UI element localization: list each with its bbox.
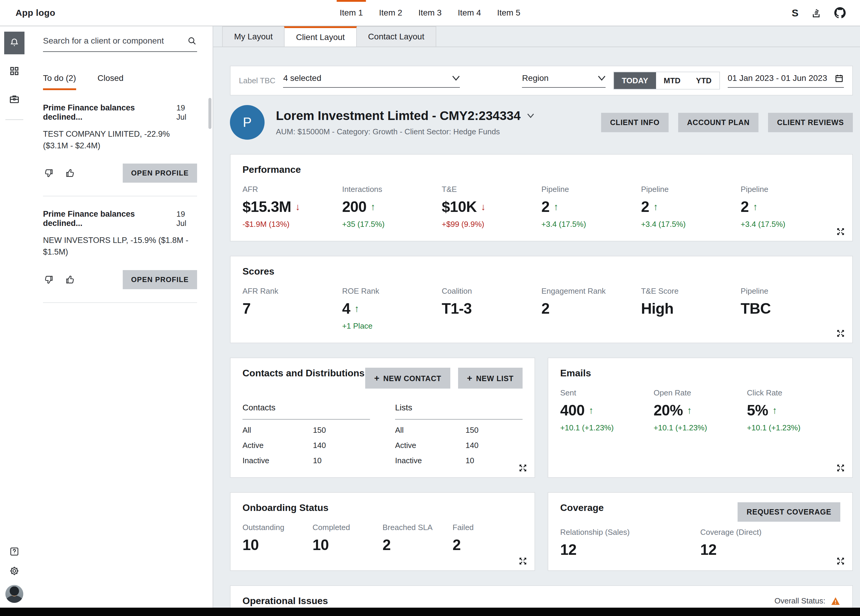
tab-todo[interactable]: To do (2) bbox=[43, 74, 76, 90]
github-icon[interactable] bbox=[834, 7, 846, 19]
notification-date: 19 Jul bbox=[176, 210, 197, 228]
metric-pipeline: Pipeline 2↑ +3.4 (17.5%) bbox=[641, 185, 741, 229]
calendar-icon bbox=[834, 74, 844, 83]
nav-item-5[interactable]: Item 5 bbox=[497, 0, 521, 26]
metric-interactions: Interactions 200↑ +35 (17.5%) bbox=[342, 185, 442, 229]
trend-up-icon: ↑ bbox=[653, 201, 658, 213]
card-title: Scores bbox=[242, 266, 840, 277]
panel-scrollbar[interactable] bbox=[209, 98, 212, 129]
segment-today[interactable]: TODAY bbox=[614, 72, 656, 89]
onboarding-status-card: Onboarding Status Outstanding 10 Complet… bbox=[230, 492, 535, 571]
s-icon[interactable]: S bbox=[792, 7, 799, 19]
scores-card: Scores AFR Rank 7 ROE Rank 4↑ +1 Place C… bbox=[230, 256, 853, 343]
new-contact-button[interactable]: +NEW CONTACT bbox=[365, 368, 450, 389]
briefcase-icon[interactable] bbox=[4, 88, 25, 110]
nav-item-3[interactable]: Item 3 bbox=[418, 0, 442, 26]
trend-down-icon: ↓ bbox=[481, 201, 485, 213]
client-name-row: Lorem Investment Limted - CMY2:234334 bbox=[276, 109, 534, 123]
account-plan-button[interactable]: ACCOUNT PLAN bbox=[678, 113, 759, 132]
rail-bottom-group bbox=[5, 546, 23, 608]
notification-body: TEST COMPANY LIMITED, -22.9% ($3.1M - $2… bbox=[43, 129, 189, 152]
metric-click-rate: Click Rate 5%↑ +10.1 (+1.23%) bbox=[747, 388, 840, 433]
lists-column: Lists All150 Active140 Inactive10 bbox=[395, 403, 523, 465]
table-row: Inactive10 bbox=[395, 456, 523, 465]
trend-up-icon: ↑ bbox=[589, 405, 594, 416]
trend-down-icon: ↓ bbox=[295, 201, 300, 213]
expand-icon[interactable] bbox=[836, 556, 845, 566]
metric-coalition: Coalition T1-3 bbox=[442, 287, 541, 331]
expand-icon[interactable] bbox=[836, 227, 845, 236]
open-profile-button[interactable]: OPEN PROFILE bbox=[123, 163, 197, 183]
top-navbar: App logo Item 1 Item 2 Item 3 Item 4 Ite… bbox=[0, 0, 860, 26]
segment-ytd[interactable]: YTD bbox=[688, 72, 719, 89]
thumbs-down-icon[interactable] bbox=[43, 274, 54, 285]
client-reviews-button[interactable]: CLIENT REVIEWS bbox=[768, 113, 853, 132]
primary-nav: Item 1 Item 2 Item 3 Item 4 Item 5 bbox=[339, 0, 520, 26]
search-input[interactable] bbox=[43, 36, 187, 45]
help-icon[interactable] bbox=[9, 546, 20, 557]
todo-tabs: To do (2) Closed bbox=[43, 74, 197, 90]
warning-icon bbox=[831, 596, 840, 606]
expand-icon[interactable] bbox=[836, 329, 845, 338]
user-avatar[interactable] bbox=[5, 585, 23, 603]
metric-roe-rank: ROE Rank 4↑ +1 Place bbox=[342, 287, 442, 331]
region-dropdown[interactable]: Region bbox=[522, 74, 606, 88]
metric-engagement-rank: Engagement Rank 2 bbox=[541, 287, 641, 331]
trend-up-icon: ↑ bbox=[687, 405, 692, 416]
card-title: Operational Issues bbox=[242, 596, 328, 607]
multiselect-dropdown[interactable]: 4 selected bbox=[283, 74, 460, 88]
trend-up-icon: ↑ bbox=[370, 201, 375, 213]
tab-client-layout[interactable]: Client Layout bbox=[284, 26, 356, 47]
layout-tabs: My Layout Client Layout Contact Layout bbox=[213, 26, 860, 47]
segment-mtd[interactable]: MTD bbox=[656, 72, 688, 89]
nav-item-2[interactable]: Item 2 bbox=[379, 0, 402, 26]
expand-icon[interactable] bbox=[836, 464, 845, 472]
performance-card: Performance AFR $15.3M↓ -$1.9M (13%) Int… bbox=[230, 154, 853, 241]
overall-status: Overall Status: bbox=[774, 596, 840, 606]
table-row: All150 bbox=[242, 426, 370, 435]
metric-breached-sla: Breached SLA 2 bbox=[383, 523, 453, 553]
bottom-bar bbox=[0, 608, 860, 616]
thumbs-down-icon[interactable] bbox=[43, 168, 54, 179]
open-profile-button[interactable]: OPEN PROFILE bbox=[123, 270, 197, 289]
coverage-card: Coverage REQUEST COVERAGE Relationship (… bbox=[548, 492, 853, 571]
thumbs-up-icon[interactable] bbox=[65, 274, 76, 285]
divider bbox=[43, 303, 197, 303]
tab-my-layout[interactable]: My Layout bbox=[222, 26, 284, 47]
table-row: Inactive10 bbox=[242, 456, 370, 465]
plus-icon: + bbox=[374, 373, 380, 383]
metric-te: T&E $10K↓ +$99 (9.9%) bbox=[442, 185, 541, 229]
metric-completed: Completed 10 bbox=[313, 523, 383, 553]
metric-coverage-direct: Coverage (Direct) 12 bbox=[700, 528, 840, 558]
client-name: Lorem Investment Limted - CMY2:234334 bbox=[276, 109, 521, 123]
notifications-bell-icon[interactable] bbox=[4, 31, 25, 54]
notification-card: Prime Finance balances declined... 19 Ju… bbox=[43, 196, 197, 303]
nav-item-4[interactable]: Item 4 bbox=[458, 0, 481, 26]
client-meta: AUM: $15000M - Category: Growth - Client… bbox=[276, 127, 534, 136]
metric-sent: Sent 400↑ +10.1 (+1.23%) bbox=[560, 388, 654, 433]
nav-item-1[interactable]: Item 1 bbox=[339, 0, 363, 26]
tab-closed[interactable]: Closed bbox=[98, 74, 124, 90]
search-icon[interactable] bbox=[187, 36, 197, 46]
client-info-button[interactable]: CLIENT INFO bbox=[601, 113, 669, 132]
expand-icon[interactable] bbox=[518, 464, 527, 472]
region-value: Region bbox=[522, 74, 549, 83]
date-range-picker[interactable]: 01 Jan 2023 - 01 Jun 2023 bbox=[728, 74, 844, 88]
metric-te-score: T&E Score High bbox=[641, 287, 741, 331]
chevron-down-icon[interactable] bbox=[527, 113, 534, 118]
thumbs-up-icon[interactable] bbox=[65, 168, 76, 179]
card-title: Contacts and Distributions bbox=[242, 368, 365, 379]
stackoverflow-icon[interactable] bbox=[811, 8, 822, 18]
notification-date: 19 Jul bbox=[176, 103, 197, 122]
card-title: Onboarding Status bbox=[242, 502, 523, 513]
settings-gear-icon[interactable] bbox=[9, 565, 20, 577]
new-list-button[interactable]: +NEW LIST bbox=[458, 368, 523, 389]
request-coverage-button[interactable]: REQUEST COVERAGE bbox=[738, 502, 840, 522]
rail-divider bbox=[5, 119, 23, 120]
expand-icon[interactable] bbox=[518, 556, 527, 566]
contacts-column: Contacts All150 Active140 Inactive10 bbox=[242, 403, 370, 465]
metric-pipeline: Pipeline 2↑ +3.4 (17.5%) bbox=[741, 185, 840, 229]
operational-issues-card: Operational Issues Overall Status: bbox=[230, 585, 853, 608]
apps-grid-icon[interactable] bbox=[4, 60, 25, 82]
tab-contact-layout[interactable]: Contact Layout bbox=[356, 26, 436, 47]
